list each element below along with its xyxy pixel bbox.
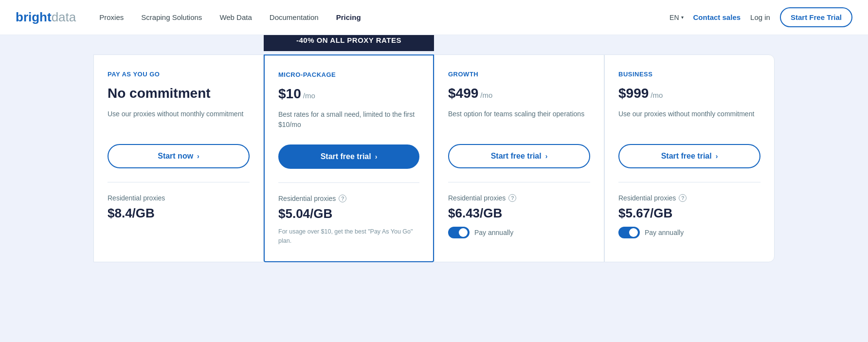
divider	[108, 182, 250, 182]
plan-cta-button-micro[interactable]: Start free trial ›	[278, 144, 419, 169]
nav-pricing[interactable]: Pricing	[336, 13, 361, 21]
contact-sales-link[interactable]: Contact sales	[693, 13, 741, 21]
navbar: bright data Proxies Scraping Solutions W…	[0, 0, 868, 35]
plan-desc: Best rates for a small need, limited to …	[278, 109, 419, 133]
plan-cta-button-growth[interactable]: Start free trial ›	[448, 144, 590, 168]
plan-name: PAY AS YOU GO	[108, 71, 250, 78]
toggle-knob	[459, 228, 468, 237]
logo-data: data	[52, 10, 76, 25]
proxy-label: Residential proxies	[108, 194, 165, 202]
chevron-down-icon: ▾	[681, 15, 684, 20]
proxy-label: Residential proxies	[448, 194, 506, 202]
plan-desc: Best option for teams scaling their oper…	[448, 109, 590, 132]
proxy-label-row: Residential proxies	[108, 194, 250, 202]
cta-label: Start free trial	[661, 152, 712, 161]
pay-annually-row: Pay annually	[448, 227, 590, 238]
nav-webdata[interactable]: Web Data	[219, 13, 252, 21]
plan-price: $999	[618, 86, 649, 101]
plan-card-business: BUSINESS $999 /mo Use our proxies withou…	[604, 54, 775, 262]
plan-card-growth: GROWTH $499 /mo Best option for teams sc…	[434, 54, 604, 262]
lang-selector[interactable]: EN ▾	[669, 14, 683, 21]
pay-annually-row: Pay annually	[618, 227, 760, 238]
nav-scraping[interactable]: Scraping Solutions	[141, 13, 202, 21]
cta-label: Start free trial	[491, 152, 542, 161]
plan-card-pay-as-you-go: PAY AS YOU GO No commitment Use our prox…	[93, 54, 264, 262]
lang-label: EN	[669, 14, 679, 21]
plan-price-row: No commitment	[108, 86, 250, 101]
arrow-icon: ›	[545, 152, 548, 160]
plan-price-row: $10 /mo	[278, 86, 419, 102]
help-icon[interactable]: ?	[679, 194, 687, 202]
login-link[interactable]: Log in	[750, 13, 770, 21]
pay-annually-toggle[interactable]	[448, 227, 470, 238]
logo[interactable]: bright data	[16, 10, 76, 25]
toggle-knob	[629, 228, 638, 237]
main-content: -40% ON ALL PROXY RATES PAY AS YOU GO No…	[0, 35, 868, 342]
plan-price-row: $499 /mo	[448, 86, 590, 101]
plan-name: BUSINESS	[618, 71, 760, 78]
help-icon[interactable]: ?	[508, 194, 516, 202]
proxy-label-row: Residential proxies ?	[278, 195, 419, 202]
proxy-label: Residential proxies	[278, 195, 336, 202]
plan-price-unit: /mo	[651, 91, 663, 99]
pay-annually-label: Pay annually	[474, 229, 513, 236]
proxy-price: $6.43/GB	[448, 206, 590, 221]
nav-documentation[interactable]: Documentation	[270, 13, 319, 21]
logo-bright: bright	[16, 10, 52, 25]
nav-links: Proxies Scraping Solutions Web Data Docu…	[99, 13, 669, 21]
proxy-label-row: Residential proxies ?	[448, 194, 590, 202]
proxy-label: Residential proxies	[618, 194, 676, 202]
plan-price-unit: /mo	[303, 91, 315, 100]
plan-price-unit: /mo	[480, 91, 492, 99]
divider	[278, 182, 419, 183]
plan-price-row: $999 /mo	[618, 86, 760, 101]
proxy-price: $5.04/GB	[278, 206, 419, 221]
proxy-price: $5.67/GB	[618, 206, 760, 221]
plan-cta-button-payg[interactable]: Start now ›	[108, 144, 250, 168]
micro-note: For usage over $10, get the best "Pay As…	[278, 227, 419, 246]
pricing-grid: -40% ON ALL PROXY RATES PAY AS YOU GO No…	[93, 54, 775, 262]
cta-label: Start now	[158, 152, 193, 161]
start-free-trial-button[interactable]: Start Free Trial	[780, 7, 852, 27]
plan-price: No commitment	[108, 86, 211, 101]
plan-desc: Use our proxies without monthly commitme…	[618, 109, 760, 132]
nav-right: EN ▾ Contact sales Log in Start Free Tri…	[669, 7, 852, 27]
help-icon[interactable]: ?	[339, 195, 346, 202]
plan-cta-button-business[interactable]: Start free trial ›	[618, 144, 760, 168]
plan-desc: Use our proxies without monthly commitme…	[108, 109, 250, 132]
pay-annually-toggle[interactable]	[618, 227, 640, 238]
proxy-label-row: Residential proxies ?	[618, 194, 760, 202]
plan-name: MICRO-PACKAGE	[278, 71, 419, 78]
plan-price: $499	[448, 86, 478, 101]
plan-price: $10	[278, 86, 301, 102]
divider	[618, 182, 760, 182]
cta-label: Start free trial	[321, 152, 371, 161]
arrow-icon: ›	[375, 153, 378, 161]
plan-name: GROWTH	[448, 71, 590, 78]
nav-proxies[interactable]: Proxies	[99, 13, 124, 21]
plan-card-micro: MICRO-PACKAGE $10 /mo Best rates for a s…	[264, 54, 434, 262]
pay-annually-label: Pay annually	[645, 229, 684, 236]
proxy-price: $8.4/GB	[108, 206, 250, 221]
divider	[448, 182, 590, 182]
arrow-icon: ›	[197, 152, 199, 160]
arrow-icon: ›	[716, 152, 718, 160]
